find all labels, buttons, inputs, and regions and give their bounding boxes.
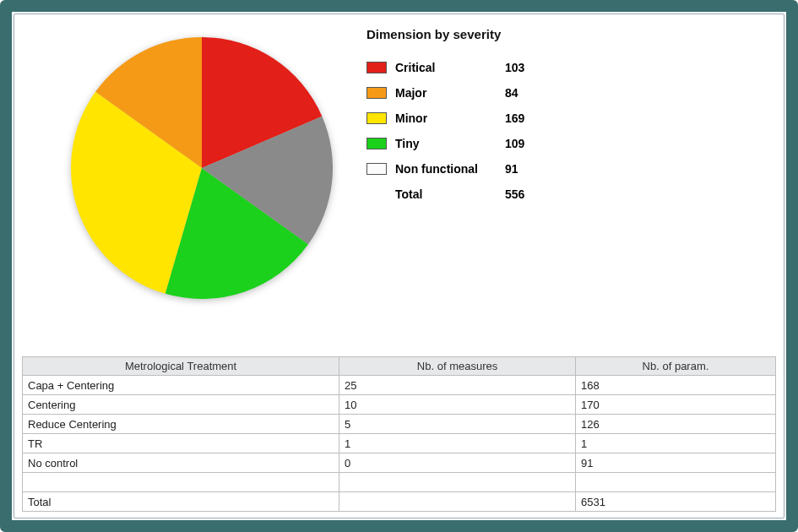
legend-label: Minor xyxy=(395,111,505,125)
table-row: TR11 xyxy=(23,434,776,453)
table-cell: 1 xyxy=(575,434,775,453)
table-cell: Reduce Centering xyxy=(23,415,339,434)
legend-item: Non functional91 xyxy=(366,162,603,176)
pie-chart xyxy=(71,37,333,299)
table-cell: Centering xyxy=(23,395,339,415)
legend-item: Critical103 xyxy=(366,61,603,74)
table-cell xyxy=(575,473,775,492)
table-cell xyxy=(23,473,339,492)
chart-title: Dimension by severity xyxy=(366,27,501,41)
legend-label: Non functional xyxy=(395,162,505,176)
table-cell: 91 xyxy=(575,453,775,473)
table-row xyxy=(23,473,776,492)
table-cell: 25 xyxy=(339,376,576,395)
table-cell: Capa + Centering xyxy=(23,376,339,395)
table-header-measures: Nb. of measures xyxy=(339,357,576,376)
legend-label: Major xyxy=(395,86,505,100)
legend-value: 103 xyxy=(505,61,547,74)
table-row: Centering10170 xyxy=(23,395,776,415)
legend-item: Major84 xyxy=(366,86,603,100)
legend-swatch xyxy=(366,163,387,175)
table-cell: 0 xyxy=(339,453,576,473)
legend-swatch xyxy=(366,62,387,73)
legend-item: Tiny109 xyxy=(366,137,603,150)
table-cell: 6531 xyxy=(575,492,775,512)
chart-legend: Critical103Major84Minor169Tiny109Non fun… xyxy=(366,61,603,213)
app-frame: Dimension by severity Critical103Major84… xyxy=(0,0,798,532)
table-cell: TR xyxy=(23,434,339,453)
legend-swatch xyxy=(366,138,387,149)
legend-total: Total556 xyxy=(366,187,603,201)
table-row: Total6531 xyxy=(23,492,776,512)
table-body: Capa + Centering25168Centering10170Reduc… xyxy=(23,376,776,512)
table-cell: 170 xyxy=(575,395,775,415)
legend-total-value: 556 xyxy=(505,187,547,201)
legend-value: 91 xyxy=(505,162,547,176)
pie-svg xyxy=(71,37,333,299)
table-cell xyxy=(339,492,576,512)
table-cell xyxy=(339,473,576,492)
table-cell: 1 xyxy=(339,434,576,453)
table-header-param: Nb. of param. xyxy=(575,357,775,376)
legend-value: 109 xyxy=(505,137,547,150)
legend-value: 169 xyxy=(505,111,547,125)
table-row: Reduce Centering5126 xyxy=(23,415,776,434)
legend-item: Minor169 xyxy=(366,111,603,125)
content-area: Dimension by severity Critical103Major84… xyxy=(12,12,786,520)
metrology-table: Metrological Treatment Nb. of measures N… xyxy=(22,356,776,512)
table-cell: No control xyxy=(23,453,339,473)
legend-label: Critical xyxy=(395,61,505,74)
table-cell: 10 xyxy=(339,395,576,415)
table-cell: 126 xyxy=(575,415,775,434)
table-header-treatment: Metrological Treatment xyxy=(23,357,339,376)
table-row: No control091 xyxy=(23,453,776,473)
legend-swatch xyxy=(366,112,387,124)
table-cell: 168 xyxy=(575,376,775,395)
table-row: Capa + Centering25168 xyxy=(23,376,776,395)
table-head: Metrological Treatment Nb. of measures N… xyxy=(23,357,776,376)
table-cell: Total xyxy=(23,492,339,512)
legend-value: 84 xyxy=(505,86,547,100)
legend-total-label: Total xyxy=(395,187,505,201)
legend-label: Tiny xyxy=(395,137,505,150)
legend-swatch xyxy=(366,87,387,99)
table-cell: 5 xyxy=(339,415,576,434)
